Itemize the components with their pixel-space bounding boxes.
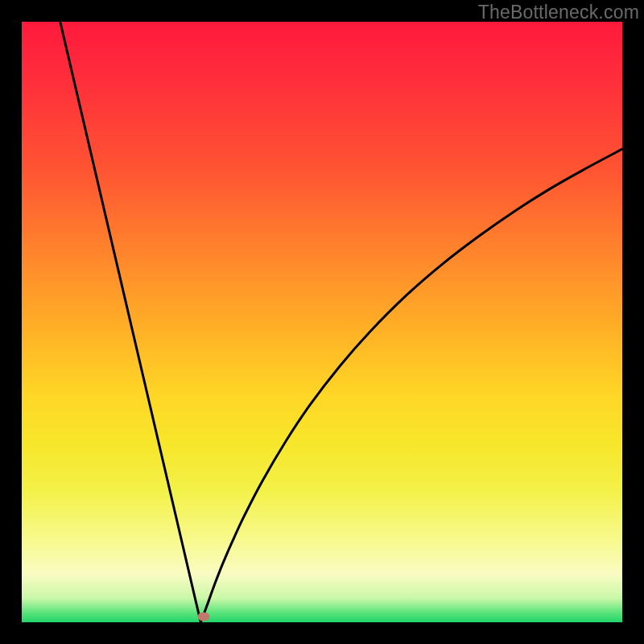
watermark-text: TheBottleneck.com [478,2,639,23]
curve-left-branch [60,22,201,622]
curve-right-branch [200,149,622,622]
chart-frame [22,22,622,622]
optimal-point-marker [198,613,210,621]
bottleneck-chart [22,22,622,622]
